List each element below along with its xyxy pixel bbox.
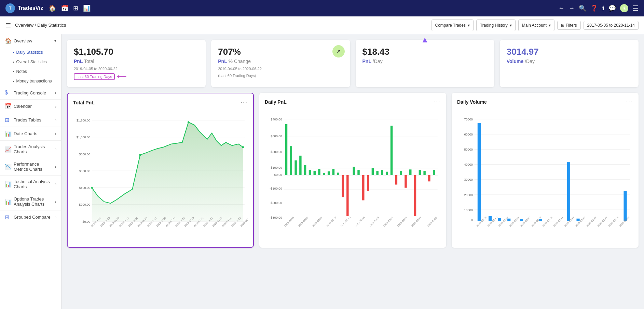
stat-card-pnl-day: ▲ $18.43 PnL /Day [356,40,494,87]
theme-toggle[interactable]: ☀ [620,4,628,12]
search-icon[interactable]: 🔍 [579,4,586,12]
controls: Compare Trades ▾ Trading History ▾ Main … [431,20,639,31]
stat-cards: $1,105.70 PnL Total 2019-04-05 to 2020-0… [67,40,639,87]
main-account-chevron: ▾ [549,23,551,28]
sidebar-section-technical-analysis: 📊 Technical Analysis Charts › [0,176,61,193]
sidebar-item-grouped-compare[interactable]: ⊞ Grouped Compare › [0,210,61,224]
logo-icon: T [5,3,15,13]
pnl-day-label: PnL /Day [362,59,488,64]
trades-tables-label: Trades Tables [14,117,41,123]
svg-point-15 [91,187,93,189]
forward-icon[interactable]: → [568,5,575,12]
date-charts-label: Date Charts [14,131,37,136]
arrow-right-icon: ⟵ [117,72,127,80]
daily-pnl-chart-title: Daily PnL [265,99,287,105]
compare-trades-dropdown[interactable]: Compare Trades ▾ [431,20,474,31]
app-logo[interactable]: T TradesViz [5,3,43,13]
svg-rect-71 [409,169,411,175]
svg-text:$200.00: $200.00 [271,150,282,154]
subheader: ☰ Overview / Daily Statistics Compare Tr… [0,16,644,34]
svg-rect-67 [381,170,383,175]
sidebar-item-notes[interactable]: Notes [0,67,61,76]
svg-text:$0.00: $0.00 [82,220,90,223]
pnl-percent-date-range: 2019-04-05 to 2020-06-22 [218,67,343,71]
sidebar-toggle[interactable]: ☰ [5,22,11,29]
sidebar-section-calendar: 📅 Calendar › [0,100,61,113]
sidebar: 🏠 Overview ▾ Daily Statistics Overall St… [0,34,61,309]
trading-console-label: Trading Console [14,90,46,95]
total-pnl-date-range: 2019-04-05 to 2020-06-22 [74,67,199,71]
highlight-box: Last 60 Trading Days [74,73,115,80]
sidebar-item-date-charts[interactable]: 📊 Date Charts › [0,127,61,140]
main-account-dropdown[interactable]: Main Account ▾ [518,20,554,31]
svg-point-17 [188,121,189,123]
svg-rect-60 [328,171,330,175]
trend-icon: ↗ [332,45,345,57]
total-pnl-chart-menu[interactable]: ··· [241,99,248,106]
sidebar-item-trades-analysis-charts[interactable]: 📈 Trades Analysis Charts › [0,141,61,158]
trades-analysis-icon: 📈 [5,146,11,153]
svg-text:2019-04-22: 2019-04-22 [498,216,509,227]
daily-pnl-chart-body: $400.00 $300.00 $200.00 $100.00 $0.00 -$… [265,110,441,241]
svg-rect-74 [433,170,435,175]
total-pnl-chart-body: $1,200.00 $1,000.00 $800.00 $600.00 $400… [73,110,248,242]
sidebar-section-trades-analysis: 📈 Trades Analysis Charts › [0,141,61,158]
info-icon[interactable]: ℹ [602,4,604,12]
svg-text:40000: 40000 [464,163,473,166]
back-icon[interactable]: ← [558,5,564,12]
calendar-nav-icon[interactable]: 📅 [61,4,68,12]
svg-rect-110 [478,123,481,221]
svg-text:$1,200.00: $1,200.00 [77,119,91,122]
pnl-text2: PnL [218,59,227,64]
daily-volume-chart-header: Daily Volume ··· [457,98,633,105]
stat-card-total-pnl: $1,105.70 PnL Total 2019-04-05 to 2020-0… [67,40,206,87]
pnl-day-value: $18.43 [362,47,488,57]
sidebar-item-technical-analysis[interactable]: 📊 Technical Analysis Charts › [0,176,61,193]
layout-icon[interactable]: ⊞ [73,4,78,12]
sidebar-item-money-transactions[interactable]: Money transactions [0,76,61,86]
trading-history-dropdown[interactable]: Trading History ▾ [476,20,516,31]
volume-per-day-text: /Day [525,59,535,64]
svg-rect-81 [414,175,416,216]
total-text: Total [84,59,94,64]
svg-rect-61 [332,169,334,175]
svg-rect-66 [376,171,378,175]
svg-point-18 [242,146,244,148]
home-icon[interactable]: 🏠 [49,4,56,12]
svg-rect-56 [309,170,311,175]
sidebar-item-calendar[interactable]: 📅 Calendar › [0,100,61,113]
svg-text:-$300.00: -$300.00 [270,216,282,219]
menu-hamburger[interactable]: ☰ [632,4,639,12]
volume-day-value: 3014.97 [507,47,632,57]
main-account-label: Main Account [522,23,547,28]
chart-icon[interactable]: 📊 [83,4,91,12]
trades-analysis-label: Trades Analysis Charts [14,144,52,154]
chat-icon[interactable]: 💬 [608,4,616,12]
svg-text:2019-04-05: 2019-04-05 [476,216,487,227]
app-title: TradesViz [18,5,43,11]
overall-statistics-label: Overall Statistics [16,60,47,64]
volume-day-label: Volume /Day [507,59,632,64]
sidebar-section-trading-console: $ Trading Console › [0,86,61,100]
sidebar-item-performance-metrics[interactable]: 📉 Performance Metrics Charts › [0,158,61,175]
daily-pnl-chart-menu[interactable]: ··· [434,98,441,105]
total-pnl-chart-card: Total PnL ··· $1,200.00 $1,000.00 $800.0… [67,93,254,248]
sidebar-item-daily-statistics[interactable]: Daily Statistics [0,48,61,57]
sidebar-item-overview[interactable]: 🏠 Overview ▾ [0,34,61,48]
filters-button[interactable]: ⊞ Filters [557,21,581,30]
technical-label: Technical Analysis Charts [14,179,52,189]
svg-text:$400.00: $400.00 [79,186,90,190]
sidebar-item-options-trades[interactable]: 📊 Options Trades Analysis Charts › [0,193,61,210]
overview-icon: 🏠 [5,38,11,44]
sidebar-item-overall-statistics[interactable]: Overall Statistics [0,57,61,67]
svg-text:2020-03-17: 2020-03-17 [383,216,394,227]
trades-tables-icon: ⊞ [5,117,11,123]
sidebar-item-trading-console[interactable]: $ Trading Console › [0,86,61,99]
trading-history-label: Trading History [480,23,508,28]
svg-rect-72 [419,170,421,175]
svg-text:2020-04-06: 2020-04-06 [397,216,408,227]
sidebar-item-trades-tables[interactable]: ⊞ Trades Tables › [0,113,61,127]
svg-text:$200.00: $200.00 [79,203,90,206]
help-icon[interactable]: ❓ [590,4,598,12]
daily-volume-chart-menu[interactable]: ··· [626,98,633,105]
